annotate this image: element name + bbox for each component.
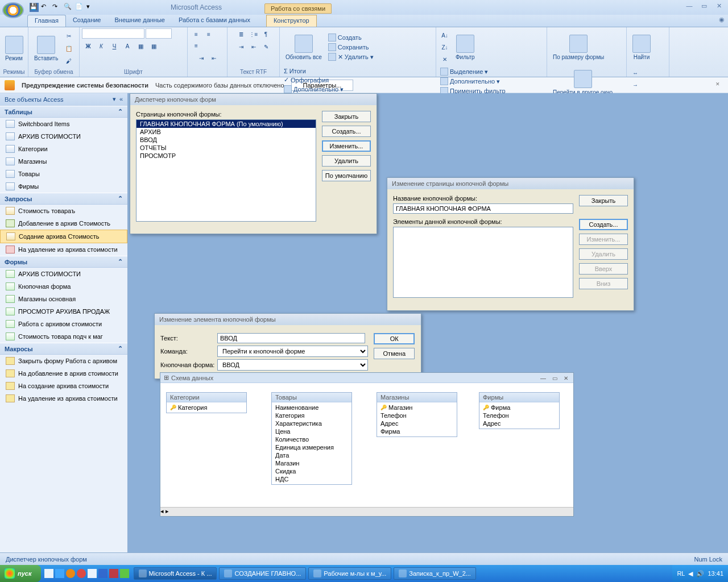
- scrollbar[interactable]: ◂ ▸: [160, 507, 573, 516]
- totals-button[interactable]: Σ Итоги: [282, 67, 345, 75]
- font-combo[interactable]: [82, 28, 144, 39]
- schema-table[interactable]: ТоварыНаименованиеКатегорияХарактеристик…: [271, 392, 352, 485]
- chevron-down-icon[interactable]: ▾: [86, 3, 96, 12]
- nav-item[interactable]: Закрыть форму Работа с архивом: [0, 355, 127, 367]
- fit-form-button[interactable]: По размеру формы: [549, 28, 607, 66]
- maximize-icon[interactable]: ▭: [697, 1, 711, 10]
- default-button[interactable]: По умолчанию: [322, 170, 371, 181]
- nav-item[interactable]: ПРОСМОТР АРХИВА ПРОДАЖ: [0, 305, 127, 318]
- sort-asc-icon[interactable]: A↓: [439, 30, 451, 41]
- highlight-icon[interactable]: ✎: [260, 41, 272, 52]
- font-color-icon[interactable]: A: [121, 40, 134, 52]
- fontsize-combo[interactable]: [146, 28, 172, 39]
- ql-icon[interactable]: [109, 569, 118, 578]
- schema-canvas[interactable]: Категории🔑КатегорияТоварыНаименованиеКат…: [160, 383, 573, 507]
- edit-button[interactable]: Изменить...: [322, 140, 371, 152]
- goto-icon[interactable]: →: [629, 79, 642, 90]
- nav-item[interactable]: Стоимость товара подч к маг: [0, 330, 127, 343]
- clock[interactable]: 13:41: [708, 570, 723, 577]
- nav-item[interactable]: Фирмы: [0, 180, 127, 193]
- selection-button[interactable]: Выделение ▾: [439, 67, 507, 76]
- text-input[interactable]: [217, 333, 365, 343]
- align-right-icon[interactable]: ≡: [190, 40, 202, 51]
- nav-item[interactable]: Добавление в архив Стоимость: [0, 217, 127, 230]
- lang-indicator[interactable]: RL: [677, 570, 685, 577]
- view-button[interactable]: Режим: [2, 30, 26, 67]
- list-item[interactable]: АРХИВ: [136, 128, 316, 136]
- align-center-icon[interactable]: ≡: [202, 28, 215, 40]
- rtl-icon[interactable]: ¶: [260, 28, 272, 40]
- filter-button[interactable]: Фильтр: [452, 28, 478, 66]
- outdent2-icon[interactable]: ⇤: [247, 41, 260, 52]
- minimize-icon[interactable]: —: [538, 374, 548, 382]
- spelling-button[interactable]: ✓ Орфография: [282, 76, 345, 84]
- nav-item[interactable]: Кнопочная форма: [0, 280, 127, 293]
- cancel-button[interactable]: Отмена: [374, 348, 415, 359]
- schema-table[interactable]: Категории🔑Категория: [166, 392, 247, 413]
- format-painter-icon[interactable]: 🖌: [63, 55, 75, 66]
- nav-header[interactable]: Все объекты Access▾ «: [0, 93, 127, 106]
- italic-icon[interactable]: К: [95, 40, 107, 52]
- list-item[interactable]: ПРОСМОТР: [136, 152, 316, 160]
- maximize-icon[interactable]: ▭: [549, 374, 560, 382]
- tab-external[interactable]: Внешние данные: [108, 15, 172, 27]
- nav-group-header[interactable]: Таблицы⌃: [0, 106, 127, 118]
- qat-icon[interactable]: 🔍: [64, 3, 73, 12]
- taskbar-item[interactable]: Рабочие м-лы к м_у...: [308, 567, 391, 580]
- create-button[interactable]: Создать...: [579, 219, 628, 230]
- list-item[interactable]: ОТЧЕТЫ: [136, 144, 316, 152]
- pages-listbox[interactable]: ГЛАВНАЯ КНОПОЧНАЯ ФОРМА (По умолчанию) А…: [136, 119, 316, 222]
- nav-item[interactable]: На добавление в архив стоимости: [0, 367, 127, 380]
- items-listbox[interactable]: [393, 227, 573, 298]
- tray-icon[interactable]: ◀: [688, 570, 693, 577]
- clear-sort-icon[interactable]: ✕: [439, 53, 451, 65]
- replace-icon[interactable]: ↔: [629, 67, 642, 78]
- nav-item[interactable]: Магазины основная: [0, 293, 127, 305]
- command-select[interactable]: Перейти к кнопочной форме: [217, 346, 368, 357]
- ql-icon[interactable]: [98, 569, 107, 578]
- cut-icon[interactable]: ✂: [63, 30, 75, 41]
- more-button[interactable]: Дополнительно ▾: [282, 85, 345, 94]
- minimize-icon[interactable]: —: [682, 1, 696, 10]
- indent2-icon[interactable]: ⇥: [235, 41, 247, 52]
- tab-dbtools[interactable]: Работа с базами данных: [172, 15, 257, 27]
- refresh-button[interactable]: Обновить все: [282, 28, 325, 66]
- bullet-icon[interactable]: ≣: [235, 28, 247, 40]
- ql-icon[interactable]: [44, 569, 53, 578]
- outdent-icon[interactable]: ⇤: [208, 52, 220, 64]
- redo-icon[interactable]: ↷: [52, 3, 61, 12]
- schema-table[interactable]: Магазины🔑МагазинТелефонАдресФирма: [377, 392, 457, 437]
- save-icon[interactable]: 💾: [30, 3, 39, 12]
- edit-button[interactable]: Изменить...: [579, 234, 628, 245]
- close-icon[interactable]: ✕: [712, 1, 726, 10]
- tab-design[interactable]: Конструктор: [266, 15, 317, 27]
- nav-group-header[interactable]: Формы⌃: [0, 256, 127, 268]
- taskbar-item[interactable]: Записка_к_пр_W_2...: [394, 567, 476, 580]
- ok-button[interactable]: ОК: [374, 333, 415, 344]
- nav-item[interactable]: На создание архива стоимости: [0, 380, 127, 392]
- tab-create[interactable]: Создание: [66, 15, 108, 27]
- nav-group-header[interactable]: Запросы⌃: [0, 193, 127, 205]
- taskbar-item[interactable]: СОЗДАНИЕ ГЛАВНО...: [219, 567, 306, 580]
- tab-home[interactable]: Главная: [27, 15, 66, 27]
- ql-icon[interactable]: [55, 569, 64, 578]
- nav-item[interactable]: На удаление из архива стоимости: [0, 392, 127, 405]
- down-button[interactable]: Вниз: [579, 278, 628, 289]
- name-input[interactable]: [393, 203, 573, 214]
- nav-item[interactable]: Switchboard Items: [0, 118, 127, 130]
- paste-button[interactable]: Вставить: [31, 30, 61, 67]
- delete-record-button[interactable]: ✕ Удалить ▾: [326, 52, 375, 61]
- save-record-button[interactable]: Сохранить: [326, 43, 375, 52]
- number-icon[interactable]: ⋮≡: [247, 28, 260, 40]
- find-button[interactable]: Найти: [629, 28, 654, 66]
- ql-icon[interactable]: [120, 569, 129, 578]
- copy-icon[interactable]: 📋: [63, 43, 75, 54]
- gridlines-icon[interactable]: ▦: [147, 40, 160, 52]
- nav-item[interactable]: АРХИВ СТОИМОСТИ: [0, 268, 127, 280]
- underline-icon[interactable]: Ч: [108, 40, 121, 52]
- nav-item[interactable]: Магазины: [0, 155, 127, 168]
- ql-icon[interactable]: [88, 569, 97, 578]
- fill-color-icon[interactable]: ▦: [134, 40, 147, 52]
- new-record-button[interactable]: Создать: [326, 33, 375, 42]
- up-button[interactable]: Вверх: [579, 263, 628, 275]
